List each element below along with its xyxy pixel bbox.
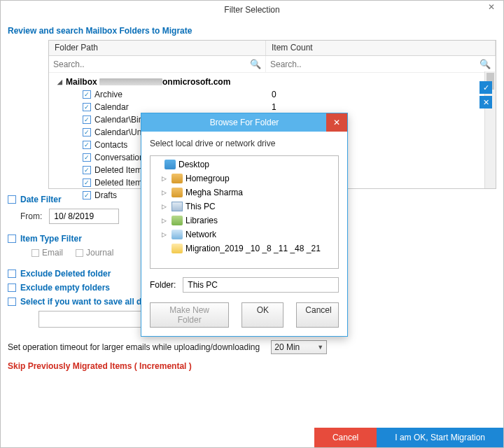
tree-node[interactable]: ▷Libraries (152, 214, 337, 227)
folder-icon (172, 174, 183, 183)
item-count: 0 (272, 90, 276, 99)
expand-icon[interactable]: ◢ (57, 78, 64, 85)
exclude-deleted-checkbox[interactable] (8, 270, 16, 278)
mailbox-redacted (99, 78, 162, 85)
side-buttons: ✓ ✕ (479, 81, 495, 111)
modal-titlebar: Browse For Folder ✕ (141, 113, 347, 132)
modal-title: Browse For Folder (210, 118, 279, 127)
tree-node[interactable]: ▷This PC (152, 200, 337, 214)
folder-checkbox[interactable] (83, 191, 91, 200)
tree-node[interactable]: ▷Megha Sharma (152, 186, 337, 200)
mailbox-prefix: Mailbox (66, 77, 97, 87)
modal-close-icon[interactable]: ✕ (326, 113, 347, 132)
expand-icon[interactable]: ▷ (162, 203, 169, 210)
search-icon[interactable]: 🔍 (475, 59, 495, 69)
grid-search-row: 🔍 🔍 (49, 56, 496, 73)
node-label: Migration_2019 _10 _8 _11 _48 _21 (186, 244, 321, 253)
folder-checkbox[interactable] (83, 141, 91, 149)
mailbox-suffix: onmicrosoft.com (162, 77, 230, 87)
ok-button[interactable]: OK (241, 302, 284, 328)
modal-instruction: Select local drive or network drive (150, 139, 339, 148)
folder-row[interactable]: Archive0 (52, 88, 493, 101)
close-icon[interactable]: ✕ (485, 2, 498, 15)
folder-checkbox[interactable] (83, 166, 91, 174)
tree-node[interactable]: Desktop (152, 158, 337, 172)
folder-checkbox[interactable] (83, 128, 91, 136)
node-label: This PC (186, 202, 216, 211)
col-header-count[interactable]: Item Count (266, 41, 496, 55)
folder-checkbox[interactable] (83, 153, 91, 162)
section-title: Review and search Mailbox Folders to Mig… (8, 26, 496, 36)
folder-label: Folder: (150, 280, 176, 290)
col-header-path[interactable]: Folder Path (49, 41, 266, 55)
check-all-button[interactable]: ✓ (479, 81, 492, 94)
folder-line: Folder: (150, 277, 339, 293)
expand-icon[interactable]: ▷ (162, 217, 169, 224)
node-label: Network (186, 230, 216, 239)
tree-node[interactable]: ▷Homegroup (152, 172, 337, 186)
folder-input[interactable] (183, 277, 339, 293)
timeout-label: Set operation timeout for larger emails … (8, 342, 260, 352)
timeout-select[interactable]: 20 Min ▼ (271, 340, 327, 354)
folder-icon (172, 244, 183, 253)
expand-icon[interactable]: ▷ (162, 231, 169, 238)
folder-checkbox[interactable] (83, 178, 91, 187)
save-all-label: Select if you want to save all dat (20, 297, 149, 307)
item-type-checkbox[interactable] (8, 234, 16, 243)
skip-row[interactable]: Skip Previously Migrated Items ( Increme… (8, 361, 496, 371)
cancel-button[interactable]: Cancel (314, 428, 377, 447)
exclude-empty-label: Exclude empty folders (20, 283, 110, 293)
make-new-folder-button[interactable]: Make New Folder (150, 302, 229, 328)
folder-label: Calendar (94, 102, 129, 112)
timeout-row: Set operation timeout for larger emails … (8, 340, 496, 354)
titlebar: Filter Selection ✕ (1, 1, 503, 19)
node-label: Homegroup (186, 174, 230, 183)
folder-label: Drafts (94, 190, 117, 200)
email-option[interactable]: Email (31, 248, 63, 258)
folder-checkbox[interactable] (83, 115, 91, 124)
folder-icon (172, 216, 183, 225)
exclude-empty-checkbox[interactable] (8, 284, 16, 292)
folder-label: Deleted Items (94, 165, 146, 175)
mailbox-row[interactable]: ◢ Mailbox onmicrosoft.com (52, 76, 493, 88)
folder-row[interactable]: Calendar1 (52, 101, 493, 113)
folder-label: Contacts (94, 140, 127, 150)
browse-folder-dialog: Browse For Folder ✕ Select local drive o… (141, 113, 348, 337)
journal-option[interactable]: Journal (76, 248, 113, 258)
cancel-button-modal[interactable]: Cancel (296, 302, 339, 328)
grid-header: Folder Path Item Count (49, 41, 496, 56)
skip-label: Skip Previously Migrated Items ( Increme… (8, 361, 192, 371)
date-filter-checkbox[interactable] (8, 195, 16, 204)
expand-icon[interactable]: ▷ (162, 189, 169, 196)
footer: Cancel I am OK, Start Migration (314, 428, 503, 447)
folder-label: Archive (94, 90, 122, 99)
start-migration-button[interactable]: I am OK, Start Migration (377, 428, 503, 447)
tree-node[interactable]: Migration_2019 _10 _8 _11 _48 _21 (152, 241, 337, 255)
folder-checkbox[interactable] (83, 103, 91, 111)
node-label: Desktop (178, 160, 209, 169)
uncheck-all-button[interactable]: ✕ (479, 96, 492, 108)
from-date-input[interactable] (49, 209, 119, 224)
node-label: Libraries (186, 216, 218, 225)
folder-icon (172, 202, 183, 211)
search-path-input[interactable] (49, 57, 246, 71)
window-title: Filter Selection (224, 5, 279, 15)
chevron-down-icon: ▼ (317, 344, 323, 351)
modal-buttons: Make New Folder OK Cancel (150, 302, 339, 328)
folder-checkbox[interactable] (83, 90, 91, 99)
tree-node[interactable]: ▷Network (152, 227, 337, 241)
search-icon[interactable]: 🔍 (246, 59, 265, 69)
exclude-deleted-label: Exclude Deleted folder (20, 269, 111, 279)
item-count: 1 (272, 102, 276, 112)
item-type-filter-label: Item Type Filter (20, 234, 82, 244)
from-label: From: (20, 211, 42, 221)
filter-selection-window: Filter Selection ✕ Review and search Mai… (0, 0, 504, 448)
folder-icon (172, 188, 183, 197)
modal-folder-tree[interactable]: Desktop▷Homegroup▷Megha Sharma▷This PC▷L… (150, 155, 339, 269)
save-all-checkbox[interactable] (8, 298, 16, 306)
folder-icon (164, 160, 176, 169)
node-label: Megha Sharma (186, 188, 243, 197)
folder-icon (172, 230, 183, 239)
search-count-input[interactable] (266, 57, 475, 71)
expand-icon[interactable]: ▷ (162, 175, 169, 182)
